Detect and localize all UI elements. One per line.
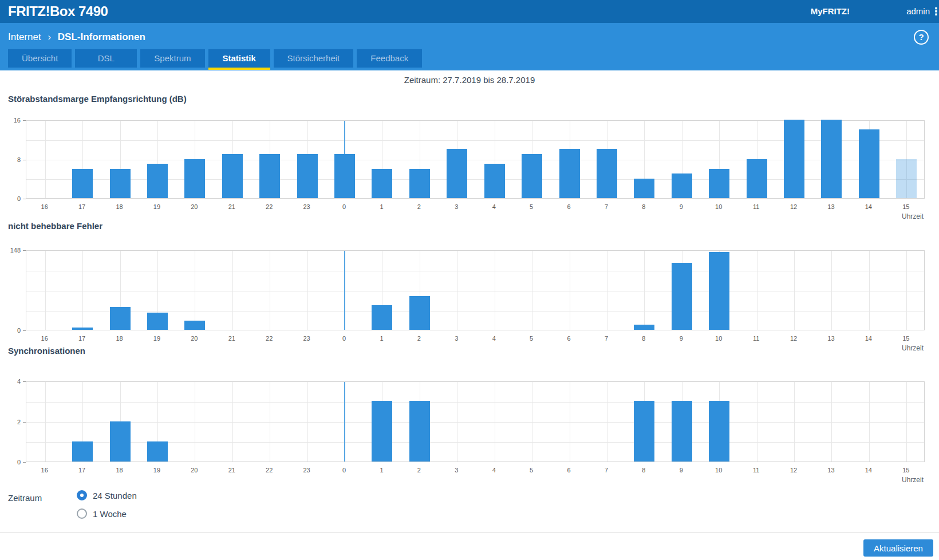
- breadcrumb: Internet › DSL-Informationen: [8, 31, 145, 43]
- bar-hour-15: [896, 159, 917, 199]
- gridline-vertical: [906, 382, 907, 462]
- x-tick-label: 10: [707, 467, 730, 474]
- x-tick-label: 4: [483, 467, 506, 474]
- gridline-vertical: [757, 251, 757, 330]
- bar-hour-20: [184, 159, 205, 199]
- gridline-vertical: [195, 382, 195, 462]
- bar-hour-17: [72, 328, 93, 330]
- gridline-vertical: [532, 251, 532, 330]
- bar-hour-2: [409, 169, 430, 198]
- bar-hour-2: [409, 296, 430, 330]
- x-tick-label: 13: [819, 467, 842, 474]
- x-tick-label: 1: [370, 203, 393, 210]
- radio-selected-icon[interactable]: [77, 490, 87, 500]
- myfritz-link[interactable]: MyFRITZ!: [811, 0, 850, 23]
- y-tick-mark: [23, 199, 26, 199]
- refresh-button[interactable]: Aktualisieren: [863, 539, 933, 557]
- bar-hour-2: [409, 401, 430, 462]
- x-tick-label: 12: [782, 203, 805, 210]
- tab-spektrum[interactable]: Spektrum: [140, 49, 204, 68]
- x-tick-label: 7: [595, 467, 618, 474]
- period-label: Zeitraum: 27.7.2019 bis 28.7.2019: [0, 75, 939, 85]
- bar-hour-12: [784, 120, 804, 198]
- bar-hour-6: [559, 149, 580, 198]
- bar-hour-5: [522, 154, 542, 198]
- gridline-vertical: [607, 251, 607, 330]
- x-tick-label: 23: [295, 203, 318, 210]
- bar-hour-9: [672, 173, 692, 198]
- breadcrumb-section[interactable]: Internet: [8, 31, 41, 42]
- bar-hour-1: [372, 169, 392, 198]
- gridline-vertical: [45, 382, 46, 462]
- gridline-vertical: [869, 382, 870, 462]
- bar-hour-14: [859, 129, 879, 198]
- bar-hour-9: [672, 401, 692, 462]
- gridline-horizontal: [26, 271, 924, 271]
- admin-user-menu[interactable]: admin: [906, 0, 930, 23]
- gridline-vertical: [495, 251, 495, 330]
- x-tick-label: 22: [258, 335, 281, 342]
- chart-title: Synchronisationen: [8, 346, 85, 356]
- zeitraum-label: Zeitraum: [8, 493, 42, 503]
- x-tick-label: 9: [670, 335, 693, 342]
- page: FRITZ!Box 7490 MyFRITZ! admin ⋮ Internet…: [0, 0, 939, 560]
- bar-hour-10: [709, 169, 729, 198]
- menu-icon[interactable]: ⋮: [931, 0, 939, 23]
- bar-hour-13: [821, 120, 842, 198]
- bar-hour-11: [747, 159, 767, 199]
- x-tick-label: 15: [894, 335, 917, 342]
- gridline-vertical: [307, 251, 308, 330]
- gridline-vertical: [794, 382, 795, 462]
- gridline-vertical: [532, 382, 532, 462]
- help-icon[interactable]: ?: [914, 30, 929, 45]
- chart-uncorrectable-errors: nicht behebbare Fehler 16171819202122230…: [0, 219, 939, 344]
- x-tick-label: 20: [183, 203, 206, 210]
- x-tick-label: 0: [333, 335, 356, 342]
- gridline-vertical: [869, 251, 870, 330]
- y-tick-mark: [23, 381, 26, 382]
- radio-unselected-icon[interactable]: [77, 508, 87, 519]
- radio-option-label: 24 Stunden: [93, 491, 137, 500]
- radio-option-24-stunden[interactable]: 24 Stunden: [77, 488, 137, 503]
- breadcrumb-page: DSL-Informationen: [58, 31, 145, 42]
- tab-dsl[interactable]: DSL: [75, 49, 137, 68]
- x-tick-label: 7: [595, 203, 618, 210]
- x-tick-label: 2: [408, 467, 431, 474]
- x-tick-label: 4: [483, 203, 506, 210]
- chart-plot: [26, 120, 925, 199]
- x-tick-label: 5: [520, 335, 543, 342]
- x-tick-label: 8: [632, 335, 655, 342]
- tab-feedback[interactable]: Feedback: [357, 49, 422, 68]
- gridline-vertical: [232, 382, 233, 462]
- x-tick-label: 19: [145, 335, 168, 342]
- gridline-vertical: [82, 251, 83, 330]
- tab--bersicht[interactable]: Übersicht: [8, 49, 72, 68]
- x-tick-label: 23: [295, 467, 318, 474]
- bar-hour-10: [709, 252, 729, 330]
- gridline-horizontal: [26, 291, 924, 291]
- app-title: FRITZ!Box 7490: [8, 0, 108, 23]
- x-tick-label: 4: [483, 335, 506, 342]
- bar-hour-4: [484, 164, 505, 198]
- gridline-vertical: [307, 382, 308, 462]
- x-tick-label: 16: [33, 467, 56, 474]
- y-tick-label: 16: [1, 117, 21, 124]
- breadcrumb-separator-icon: ›: [48, 31, 51, 42]
- x-tick-label: 14: [857, 335, 880, 342]
- gridline-vertical: [270, 251, 270, 330]
- x-tick-label: 11: [745, 203, 768, 210]
- x-tick-label: 9: [670, 203, 693, 210]
- x-tick-label: 0: [333, 467, 356, 474]
- gridline-vertical: [457, 251, 457, 330]
- x-tick-label: 2: [408, 335, 431, 342]
- x-tick-label: 17: [70, 203, 93, 210]
- y-tick-label: 0: [1, 459, 21, 466]
- x-tick-label: 13: [819, 203, 842, 210]
- tab-statistik[interactable]: Statistik: [208, 49, 270, 68]
- x-tick-label: 19: [145, 203, 168, 210]
- x-tick-label: 0: [333, 203, 356, 210]
- radio-option-1-woche[interactable]: 1 Woche: [77, 506, 137, 521]
- bar-hour-0: [334, 154, 355, 198]
- x-tick-label: 18: [108, 467, 131, 474]
- tab-st-rsicherheit[interactable]: Störsicherheit: [274, 49, 354, 68]
